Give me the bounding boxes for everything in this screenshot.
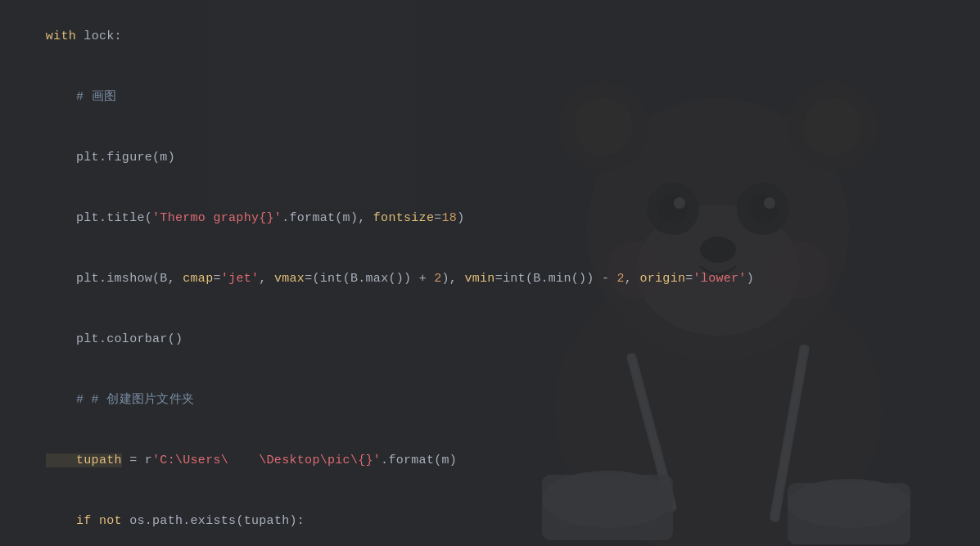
code-content: plt.title('Thermo graphy{}'.format(m), f… xyxy=(0,189,464,248)
code-line-6: plt.colorbar() xyxy=(0,309,980,370)
code-line-1: with lock: xyxy=(0,7,980,67)
code-line-4: plt.title('Thermo graphy{}'.format(m), f… xyxy=(0,188,980,249)
code-content: with lock: xyxy=(0,7,122,66)
code-content: plt.colorbar() xyxy=(0,310,183,369)
code-line-5: plt.imshow(B, cmap='jet', vmax=(int(B.ma… xyxy=(0,249,980,309)
code-editor: with lock: # 画图 plt.figure(m) plt.title(… xyxy=(0,0,980,546)
code-line-7: # # 创建图片文件夹 xyxy=(0,370,980,431)
code-content: # # 创建图片文件夹 xyxy=(0,371,194,430)
code-line-8: tupath = r'C:\Users\ \Desktop\pic\{}'.fo… xyxy=(0,431,980,491)
code-line-9: if not os.path.exists(tupath): xyxy=(0,491,980,546)
code-line-2: # 画图 xyxy=(0,67,980,128)
code-content: plt.figure(m) xyxy=(0,129,175,187)
code-content: if not os.path.exists(tupath): xyxy=(0,492,305,546)
code-content: tupath = r'C:\Users\ \Desktop\pic\{}'.fo… xyxy=(0,431,457,490)
code-line-3: plt.figure(m) xyxy=(0,128,980,188)
code-content: # 画图 xyxy=(0,68,116,127)
code-content: plt.imshow(B, cmap='jet', vmax=(int(B.ma… xyxy=(0,250,754,309)
